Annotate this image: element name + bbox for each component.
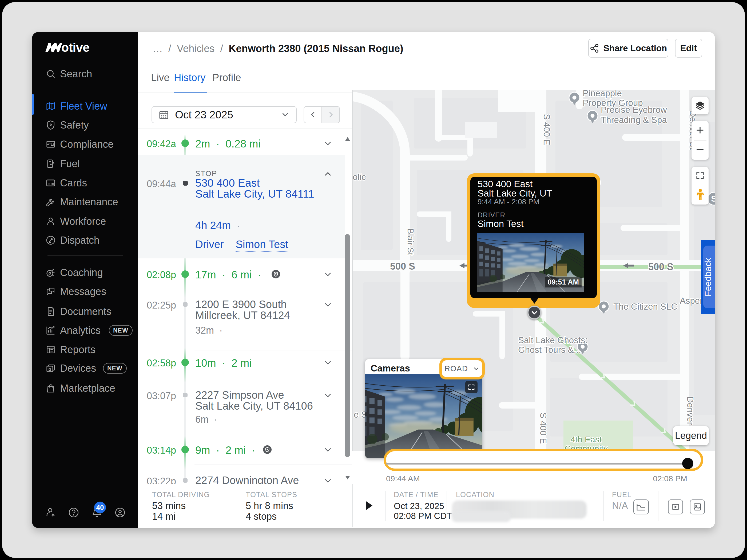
svg-text:S 400 E: S 400 E (538, 412, 548, 444)
svg-text:S: S (711, 194, 715, 204)
svg-text:500 S: 500 S (648, 261, 673, 272)
svg-text:olic: olic (353, 172, 366, 182)
svg-text:The Citizen SLC: The Citizen SLC (613, 301, 677, 312)
svg-text:Threading & Spa: Threading & Spa (601, 115, 667, 125)
svg-text:Blair St: Blair St (406, 229, 415, 255)
svg-text:500 S: 500 S (390, 261, 415, 272)
svg-text:Ghost Tours &...: Ghost Tours &... (518, 345, 581, 355)
svg-text:Precise Eyebrow: Precise Eyebrow (601, 105, 667, 115)
svg-text:otive: otive (61, 41, 89, 54)
svg-text:S 400 E: S 400 E (542, 114, 552, 145)
svg-text:4th East: 4th East (570, 435, 602, 444)
svg-text:Pineapple: Pineapple (583, 90, 622, 98)
svg-text:Salt Lake Ghosts:: Salt Lake Ghosts: (518, 335, 588, 345)
